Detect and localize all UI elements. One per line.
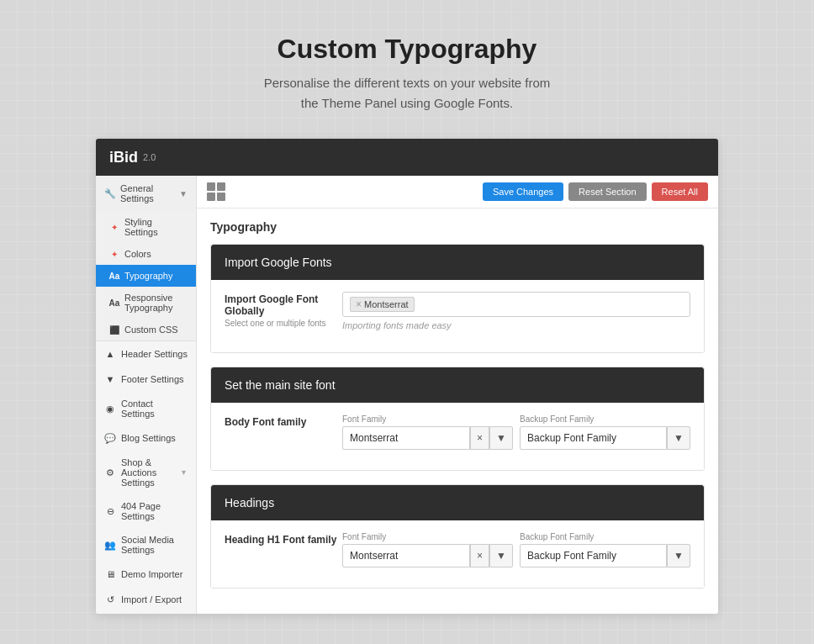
font-tag-close[interactable]: × [356,299,362,309]
body-font-dropdown-btn[interactable]: ▼ [489,426,513,450]
page-title: Custom Typography [264,34,551,65]
sidebar-item-styling[interactable]: ✦ Styling Settings [96,211,196,243]
main-panel: iBid 2.0 🔧 General Settings ▼ ✦ [96,139,718,614]
sidebar-general-section: 🔧 General Settings ▼ ✦ Styling Settings … [96,176,196,341]
custom-css-label: Custom CSS [124,325,178,335]
import-fonts-section: Import Google Fonts Import Google Font G… [210,244,705,353]
body-font-label-col: Body Font family [225,414,342,428]
import-field-label: Import Google Font Globally [225,293,342,317]
social-label: Social Media Settings [121,535,188,555]
body-font-row: Body Font family Font Family Montserrat [225,414,690,450]
sidebar-item-custom-css[interactable]: ⬛ Custom CSS [96,319,196,340]
save-changes-button[interactable]: Save Changes [483,182,563,201]
body-backup-font-label: Backup Font Family [520,414,690,424]
panel-topbar: iBid 2.0 [96,139,718,176]
shop-label: Shop & Auctions Settings [121,457,180,488]
h1-font-family-label: Font Family [342,532,513,541]
sidebar-item-social[interactable]: 👥 Social Media Settings [96,528,196,562]
sidebar-item-colors[interactable]: ✦ Colors [96,243,196,265]
headings-section: Headings Heading H1 Font family Font Fam… [210,484,705,589]
sidebar: 🔧 General Settings ▼ ✦ Styling Settings … [96,176,197,614]
sidebar-item-responsive-typography[interactable]: Aa Responsive Typography [96,287,196,319]
sidebar-item-shop[interactable]: ⚙ Shop & Auctions Settings ▼ [96,451,196,494]
contact-icon: ◉ [104,403,116,414]
header-icon: ▲ [104,348,116,360]
main-font-section: Set the main site font Body Font family … [210,367,705,471]
import-field-label-col: Import Google Font Globally Select one o… [225,292,342,328]
h1-font-dropdown-btn[interactable]: ▼ [489,544,513,567]
sidebar-item-demo[interactable]: 🖥 Demo Importer [96,562,196,587]
reset-section-button[interactable]: Reset Section [568,182,646,201]
general-settings-label: 🔧 General Settings [104,183,179,203]
responsive-typography-icon: Aa [109,298,119,308]
404-icon: ⊖ [104,505,116,517]
import-icon: ↺ [104,594,116,605]
demo-icon: 🖥 [104,568,116,580]
grid-view-icon[interactable] [207,182,225,201]
body-backup-dropdown-btn[interactable]: ▼ [667,426,690,450]
contact-label: Contact Settings [121,399,188,419]
h1-backup-select-group: Backup Font Family ▼ [520,544,690,567]
body-font-select[interactable]: Montserrat [342,426,470,450]
brand-name: iBid [109,149,138,166]
headings-body: Heading H1 Font family Font Family Monts… [211,520,704,588]
sidebar-item-typography[interactable]: Aa Typography [96,265,196,287]
styling-icon: ✦ [109,222,119,232]
sidebar-sub-items: ✦ Styling Settings ✦ Colors Aa Typograph… [96,211,196,340]
body-font-family-label: Font Family [342,414,513,424]
h1-font-select[interactable]: Montserrat [342,544,470,567]
sidebar-item-footer[interactable]: ▼ Footer Settings [96,367,196,392]
h1-font-clear-btn[interactable]: × [470,544,489,567]
header-label: Header Settings [121,349,188,359]
import-hint: Importing fonts made easy [342,320,690,330]
shop-icon: ⚙ [104,467,116,478]
demo-label: Demo Importer [121,569,182,579]
body-font-family-wrapper: Font Family Montserrat × ▼ [342,414,513,450]
google-font-tag-input[interactable]: × Montserrat [342,292,690,317]
typography-icon: Aa [109,271,119,281]
sidebar-item-contact[interactable]: ◉ Contact Settings [96,392,196,425]
content-area: Typography Import Google Fonts Import Go… [197,209,718,614]
import-field-sublabel: Select one or multiple fonts [225,319,342,328]
h1-backup-dropdown-btn[interactable]: ▼ [667,544,690,567]
h1-font-select-group: Montserrat × ▼ [342,544,513,567]
sidebar-item-404[interactable]: ⊖ 404 Page Settings [96,494,196,528]
sidebar-other-items: ▲ Header Settings ▼ Footer Settings ◉ Co… [96,341,196,612]
body-backup-font-select[interactable]: Backup Font Family [520,426,667,450]
sidebar-item-header[interactable]: ▲ Header Settings [96,341,196,367]
body-font-inputs: Font Family Montserrat × ▼ [342,414,690,450]
footer-icon: ▼ [104,373,116,385]
import-field-row: Import Google Font Globally Select one o… [225,292,690,330]
shop-chevron-icon: ▼ [180,468,188,477]
h1-font-label-col: Heading H1 Font family [225,532,342,546]
colors-label: Colors [124,249,151,259]
h1-font-inputs: Font Family Montserrat × ▼ [342,532,690,567]
sidebar-general-header[interactable]: 🔧 General Settings ▼ [96,176,196,211]
blog-icon: 💬 [104,432,116,444]
body-font-select-group: Montserrat × ▼ [342,426,513,450]
brand-version: 2.0 [143,152,156,162]
page-header: Custom Typography Personalise the differ… [264,34,551,113]
body-font-clear-btn[interactable]: × [470,426,489,450]
sidebar-item-blog[interactable]: 💬 Blog Settings [96,425,196,451]
body-backup-font-wrapper: Backup Font Family Backup Font Family ▼ [520,414,690,450]
toolbar: Save Changes Reset Section Reset All [197,176,718,209]
toolbar-right: Save Changes Reset Section Reset All [483,182,708,201]
main-font-header: Set the main site font [211,367,704,403]
content-page-title: Typography [210,220,705,234]
import-fonts-title: Import Google Fonts [225,256,332,269]
sidebar-item-import[interactable]: ↺ Import / Export [96,587,196,612]
h1-backup-font-wrapper: Backup Font Family Backup Font Family ▼ [520,532,690,567]
h1-font-family-wrapper: Font Family Montserrat × ▼ [342,532,513,567]
typography-label: Typography [124,271,172,281]
font-tag-montserrat: × Montserrat [350,297,415,312]
404-label: 404 Page Settings [121,501,188,521]
page-subtitle: Personalise the different texts on your … [264,73,551,113]
reset-all-button[interactable]: Reset All [652,182,708,201]
headings-title: Headings [225,496,274,509]
import-label: Import / Export [121,594,182,604]
colors-icon: ✦ [109,249,119,259]
h1-font-row: Heading H1 Font family Font Family Monts… [225,532,690,567]
h1-backup-font-select[interactable]: Backup Font Family [520,544,667,567]
chevron-down-icon: ▼ [179,189,188,198]
